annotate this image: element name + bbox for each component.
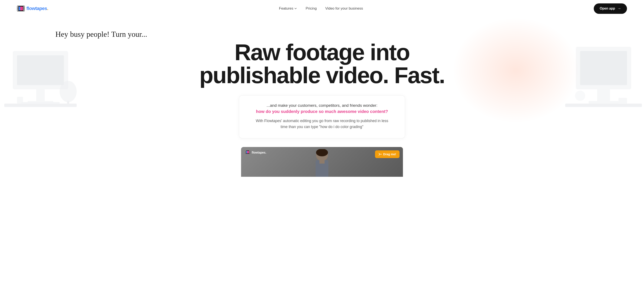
svg-rect-32 <box>249 152 250 152</box>
svg-rect-28 <box>246 151 246 151</box>
video-logo-area: flowtapes. <box>245 150 266 155</box>
svg-rect-1 <box>17 6 18 7</box>
logo-text: flowtapes. <box>26 6 48 11</box>
svg-rect-3 <box>17 9 18 9</box>
hero-info-box: ...and make your customers, competitors,… <box>239 95 405 138</box>
person-silhouette <box>309 149 335 177</box>
video-preview-card: flowtapes. <box>241 147 403 177</box>
pricing-label: Pricing <box>306 6 317 10</box>
svg-rect-5 <box>24 6 24 7</box>
nav-links: Features Pricing Video for your business <box>279 6 363 11</box>
logo[interactable]: flowtapes. <box>17 5 48 11</box>
hero-headline-line1: Raw footage into <box>234 39 410 65</box>
open-app-label: Open app <box>600 6 615 10</box>
nav-features[interactable]: Features <box>279 6 297 11</box>
hero-description: With Flowtapes' automatic editing you go… <box>252 118 392 130</box>
hero-wonder-text: ...and make your customers, competitors,… <box>252 103 392 108</box>
video-logo-text: flowtapes. <box>252 151 266 154</box>
svg-rect-4 <box>17 10 18 11</box>
features-label: Features <box>279 6 293 11</box>
chevron-down-icon <box>294 7 297 10</box>
logo-icon <box>17 5 25 11</box>
nav-pricing[interactable]: Pricing <box>306 6 317 11</box>
hero-content: Hey busy people! Turn your... Raw footag… <box>8 30 636 177</box>
drag-icon <box>378 153 382 156</box>
hero-video-area: flowtapes. <box>8 147 636 177</box>
svg-rect-10 <box>19 6 20 10</box>
business-label: Video for your business <box>325 6 363 10</box>
hero-headline: Raw footage into publishable video. Fast… <box>8 41 636 87</box>
svg-rect-35 <box>246 151 247 153</box>
svg-rect-31 <box>249 151 250 151</box>
drag-me-button[interactable]: Drag me! <box>375 150 400 158</box>
svg-rect-2 <box>17 7 18 8</box>
drag-me-label: Drag me! <box>383 153 396 156</box>
hero-headline-line2: publishable video. Fast. <box>199 62 445 88</box>
hero-question: how do you suddenly produce so much awes… <box>252 109 392 114</box>
svg-rect-29 <box>246 152 246 152</box>
svg-rect-30 <box>246 153 246 153</box>
nav-business[interactable]: Video for your business <box>325 6 363 11</box>
arrow-icon: → <box>617 6 621 11</box>
svg-rect-8 <box>24 10 24 11</box>
svg-rect-39 <box>320 160 324 164</box>
svg-rect-7 <box>24 9 24 9</box>
svg-rect-6 <box>24 7 24 8</box>
open-app-button[interactable]: Open app → <box>594 3 627 14</box>
svg-rect-33 <box>249 153 250 153</box>
navbar: flowtapes. Features Pricing Video for yo… <box>0 0 644 17</box>
hero-section: Hey busy people! Turn your... Raw footag… <box>0 17 644 177</box>
video-filmstrip-icon <box>245 150 250 155</box>
hero-handwriting: Hey busy people! Turn your... <box>8 30 636 39</box>
